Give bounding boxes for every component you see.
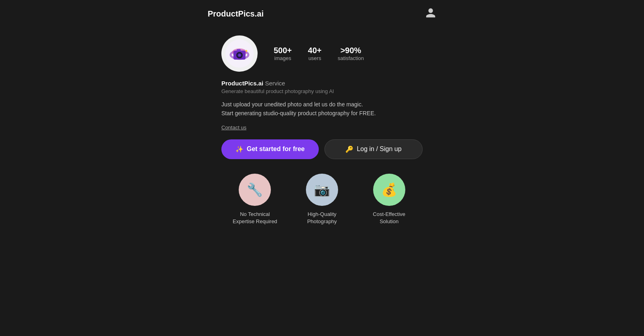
feature-cost-effective: 💰 Cost-Effective Solution (355, 174, 423, 225)
logo: ✦ (221, 35, 258, 72)
get-started-button[interactable]: ✨ Get started for free (221, 139, 319, 159)
login-signup-button[interactable]: 🔑 Log in / Sign up (324, 139, 423, 159)
profile-section: ✦ 500+ images 40+ users >90% satisfactio… (221, 27, 423, 72)
header: ProductPics.ai (0, 0, 644, 27)
features-row: 🔧 No Technical Expertise Required 📷 High… (221, 174, 423, 225)
feature-high-quality: 📷 High-Quality Photography (289, 174, 356, 225)
stat-satisfaction: >90% satisfaction (338, 46, 364, 61)
key-icon: 🔑 (345, 145, 353, 153)
stats-row: 500+ images 40+ users >90% satisfaction (274, 46, 364, 61)
svg-rect-7 (237, 49, 241, 51)
feature-no-expertise: 🔧 No Technical Expertise Required (221, 174, 289, 225)
image-gallery: 10 (221, 240, 423, 241)
high-quality-icon: 📷 (306, 174, 338, 206)
buttons-row: ✨ Get started for free 🔑 Log in / Sign u… (221, 139, 423, 159)
contact-link[interactable]: Contact us (221, 124, 423, 131)
high-quality-label: High-Quality Photography (298, 211, 346, 225)
svg-point-6 (238, 54, 241, 56)
get-started-label: Get started for free (247, 145, 305, 153)
no-expertise-label: No Technical Expertise Required (231, 211, 279, 225)
login-signup-label: Log in / Sign up (357, 145, 401, 153)
stat-images: 500+ images (274, 46, 292, 61)
main-content: ✦ 500+ images 40+ users >90% satisfactio… (221, 27, 423, 257)
sparkle-icon: ✨ (235, 145, 244, 153)
tagline: Just upload your unedited photo and let … (221, 100, 423, 118)
no-expertise-icon: 🔧 (239, 174, 271, 206)
site-title: ProductPics.ai (208, 9, 264, 19)
user-icon[interactable] (425, 7, 436, 20)
service-description: Generate beautiful product photography u… (221, 88, 423, 94)
service-name: ProductPics.ai Service (221, 80, 423, 87)
svg-text:✦: ✦ (245, 49, 248, 53)
cost-effective-icon: 💰 (373, 174, 405, 206)
stat-users: 40+ users (308, 46, 322, 61)
cost-effective-label: Cost-Effective Solution (365, 211, 413, 225)
